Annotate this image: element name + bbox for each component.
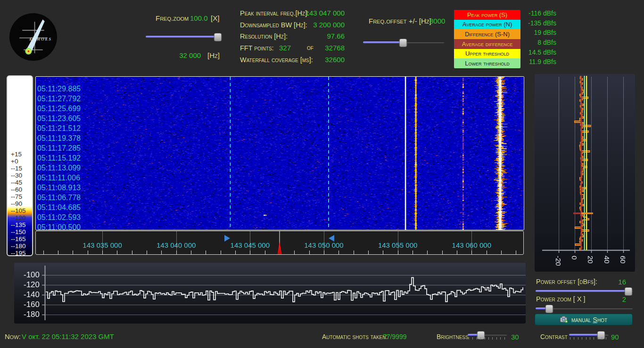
freq-tick-label: 143 040 000 bbox=[157, 241, 196, 249]
average-difference-value: 8 dBfs bbox=[517, 38, 556, 48]
difference-spectrum-canvas bbox=[535, 74, 635, 272]
difference-value: 19 dBfs bbox=[517, 28, 556, 38]
fft-of-label: of bbox=[307, 44, 314, 51]
freq-tick-label: 143 035 000 bbox=[83, 241, 122, 249]
power-tick-label: -100 bbox=[23, 270, 40, 280]
fft-points-total: 32768 bbox=[325, 44, 345, 52]
legend-lower-threshold-button[interactable]: Lower threshold bbox=[454, 58, 520, 68]
power-spectrum-canvas bbox=[14, 263, 526, 324]
waterfall-timestamp: 05:11:04.685 bbox=[37, 204, 81, 211]
frequency-ruler: 143 035 000 143 040 000 143 045 000 143 … bbox=[35, 231, 524, 255]
interval-start-marker-icon[interactable] bbox=[224, 235, 230, 242]
power-tick-label: -140 bbox=[23, 290, 40, 299]
freq-offset-value: -8000 bbox=[427, 17, 445, 25]
brightness-slider[interactable] bbox=[468, 331, 507, 339]
freq-zoom-label: Freq.zoom bbox=[156, 14, 189, 22]
brightness-value: 30 bbox=[511, 333, 519, 341]
auto-shots-label: Automatic shots taken: bbox=[322, 333, 388, 340]
echoes-app: ECHOES Freq.zoom 100.0 [X] 32 000[Hz] Pe… bbox=[0, 0, 644, 348]
freq-tick-label: 143 045 000 bbox=[231, 241, 270, 249]
power-offset-label: Power offset [dBfs]: bbox=[536, 278, 597, 285]
freq-zoom-unit: [X] bbox=[211, 14, 219, 22]
waterfall-coverage-value: 32600 bbox=[325, 56, 345, 64]
diff-tick-label: -20 bbox=[554, 256, 562, 266]
now-label: Now: bbox=[5, 332, 21, 340]
contrast-label: Contrast bbox=[540, 333, 568, 340]
manual-shot-button[interactable]: manual Shot bbox=[535, 314, 633, 325]
freq-offset-slider[interactable] bbox=[363, 39, 445, 47]
power-zoom-slider[interactable] bbox=[536, 305, 633, 313]
diff-tick-label: 20 bbox=[586, 256, 594, 264]
diff-tick-label: 0 bbox=[570, 256, 578, 259]
freq-offset-label: Freq.offset +/- [Hz] bbox=[369, 17, 431, 25]
trace-legend: Peak power (S) Average power (N) Differe… bbox=[454, 10, 520, 68]
info-row-resolution: Resolution [Hz]: 97.66 bbox=[240, 32, 345, 44]
average-power-value: -135 dBfs bbox=[517, 18, 556, 28]
power-offset-slider-thumb[interactable] bbox=[624, 287, 632, 296]
legend-average-difference-button[interactable]: Average difference bbox=[454, 39, 520, 49]
waterfall-timestamp: 05:11:25.699 bbox=[37, 105, 81, 112]
freq-offset-slider-thumb[interactable] bbox=[399, 39, 407, 47]
spectrum-info-panel: Peak interval freq.[Hz]: 143 047 000 Dow… bbox=[240, 9, 345, 67]
power-offset-value: 16 bbox=[603, 278, 626, 286]
diff-tick-label: 60 bbox=[619, 256, 627, 264]
waterfall-canvas bbox=[36, 77, 524, 230]
power-zoom-value: 2 bbox=[603, 295, 626, 303]
waterfall-timestamp: 05:11:08.913 bbox=[37, 184, 81, 191]
power-zoom-slider-thumb[interactable] bbox=[545, 305, 553, 313]
waterfall-timestamp: 05:11:02.593 bbox=[37, 214, 81, 221]
info-row-waterfall-coverage: Waterfall coverage [ms]: 32600 bbox=[240, 56, 345, 67]
upper-threshold-value: 14.5 dBfs bbox=[517, 48, 556, 57]
power-colorbar: +15 +0 --15 --30 --45 --60 --75 --90 --1… bbox=[7, 75, 33, 256]
legend-upper-threshold-button[interactable]: Upper threshold bbox=[454, 49, 520, 59]
now-value: V окт. 22 05:11:32 2023 GMT bbox=[22, 332, 114, 340]
freq-tick-label: 143 050 000 bbox=[304, 241, 343, 249]
slider-ticks bbox=[570, 337, 609, 340]
waterfall-timestamp: 05:11:29.885 bbox=[37, 85, 81, 92]
brightness-label: Brightness bbox=[437, 333, 469, 340]
contrast-value: 90 bbox=[611, 333, 619, 341]
freq-span-unit: [Hz] bbox=[207, 51, 220, 59]
downsampled-bw-value: 3 200 000 bbox=[313, 21, 345, 29]
legend-average-power-button[interactable]: Average power (N) bbox=[454, 20, 520, 30]
waterfall-timestamp: 05:11:00.500 bbox=[37, 224, 81, 231]
lower-threshold-value: 11.9 dBfs bbox=[517, 57, 556, 67]
freq-zoom-value: 100.0 bbox=[190, 14, 208, 22]
resolution-value: 97.66 bbox=[327, 32, 345, 40]
waterfall-timestamp: 05:11:21.512 bbox=[37, 125, 81, 132]
echoes-logo: ECHOES bbox=[9, 13, 57, 61]
power-zoom-label: Power zoom [ X ] bbox=[536, 295, 586, 303]
waterfall-timestamp: 05:11:11.006 bbox=[37, 174, 80, 181]
waterfall-timestamp: 05:11:27.792 bbox=[37, 95, 81, 102]
power-tick-label: -120 bbox=[23, 280, 40, 290]
waterfall-timestamp: 05:11:15.192 bbox=[37, 154, 81, 162]
contrast-slider[interactable] bbox=[569, 331, 609, 339]
waterfall-timestamp: 05:11:06.778 bbox=[37, 194, 81, 201]
waterfall-timestamp: 05:11:19.378 bbox=[37, 135, 81, 142]
difference-spectrum-panel: -20 0 20 40 60 bbox=[535, 74, 635, 272]
power-offset-slider[interactable] bbox=[536, 287, 633, 295]
waterfall-timestamp: 05:11:13.099 bbox=[37, 164, 81, 171]
peak-power-value: -116 dBfs bbox=[517, 8, 556, 18]
freq-tick-label: 143 060 000 bbox=[452, 241, 491, 249]
freq-span: 32 000[Hz] bbox=[146, 51, 220, 60]
svg-text:ECHOES: ECHOES bbox=[29, 37, 52, 41]
auto-shots-value: 77/9999 bbox=[383, 333, 407, 340]
shot-label: manual Shot bbox=[571, 316, 607, 324]
interval-end-marker-icon[interactable] bbox=[329, 235, 334, 242]
diff-tick-label: 40 bbox=[603, 256, 611, 264]
waterfall-timestamp: 05:11:17.285 bbox=[37, 145, 81, 152]
power-tick-label: -160 bbox=[23, 300, 40, 309]
legend-peak-power-button[interactable]: Peak power (S) bbox=[454, 10, 520, 20]
freq-zoom-slider[interactable] bbox=[146, 33, 222, 41]
freq-tick-label: 143 055 000 bbox=[378, 241, 417, 249]
power-tick-label: -180 bbox=[23, 310, 40, 319]
trace-legend-values: -116 dBfs -135 dBfs 19 dBfs 8 dBfs 14.5 … bbox=[517, 8, 556, 67]
freq-zoom-slider-thumb[interactable] bbox=[214, 33, 222, 41]
waterfall-display: 05:11:29.885 05:11:27.792 05:11:25.699 0… bbox=[35, 76, 524, 230]
camera-icon bbox=[560, 316, 568, 323]
legend-difference-button[interactable]: Difference (S-N) bbox=[454, 29, 520, 39]
info-row-fft-points: FFT points: 327 of 32768 bbox=[240, 44, 345, 56]
peak-interval-freq-value: 143 047 000 bbox=[305, 9, 345, 17]
power-spectrum-plot: -100 -120 -140 -160 -180 bbox=[14, 263, 526, 324]
